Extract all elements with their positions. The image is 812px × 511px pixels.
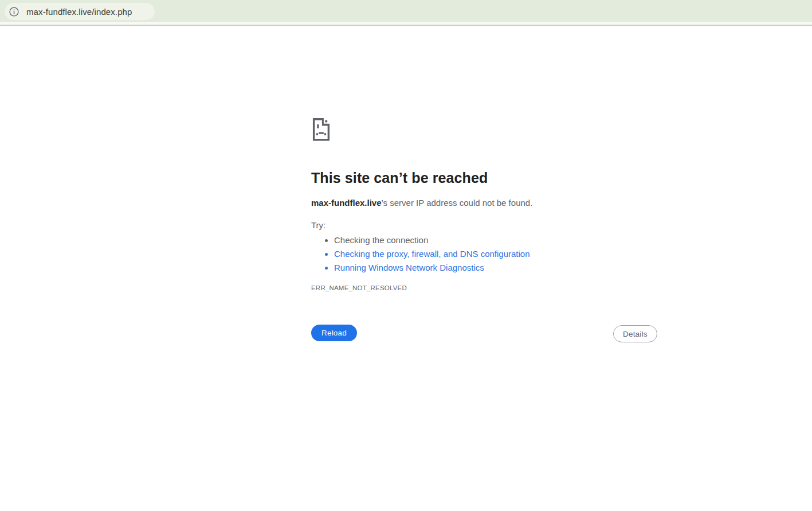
error-code: ERR_NAME_NOT_RESOLVED <box>311 284 655 291</box>
reload-button[interactable]: Reload <box>311 325 357 341</box>
sad-file-icon <box>312 117 331 142</box>
error-page: This site can’t be reached max-fundflex.… <box>311 117 655 342</box>
browser-toolbar: max-fundflex.live/index.php <box>0 0 812 22</box>
suggestion-list: Checking the connection Checking the pro… <box>311 233 655 275</box>
toolbar-divider <box>0 25 812 26</box>
button-row: Reload Details <box>311 325 655 342</box>
info-icon[interactable] <box>9 7 19 17</box>
error-message-rest: ’s server IP address could not be found. <box>382 198 533 208</box>
url-text[interactable]: max-fundflex.live/index.php <box>26 7 132 17</box>
error-title: This site can’t be reached <box>311 170 655 186</box>
suggestion-item-diagnostics: Running Windows Network Diagnostics <box>334 261 655 275</box>
details-button[interactable]: Details <box>613 325 657 342</box>
suggestion-link-diagnostics[interactable]: Running Windows Network Diagnostics <box>334 263 484 272</box>
suggestion-text-connection: Checking the connection <box>334 235 428 245</box>
suggestion-item-proxy: Checking the proxy, firewall, and DNS co… <box>334 247 655 261</box>
address-bar[interactable]: max-fundflex.live/index.php <box>5 3 155 20</box>
error-domain: max-fundflex.live <box>311 198 382 208</box>
try-label: Try: <box>311 220 655 231</box>
suggestion-link-proxy[interactable]: Checking the proxy, firewall, and DNS co… <box>334 249 530 259</box>
suggestion-item-connection: Checking the connection <box>334 233 655 247</box>
error-message: max-fundflex.live’s server IP address co… <box>311 197 655 209</box>
